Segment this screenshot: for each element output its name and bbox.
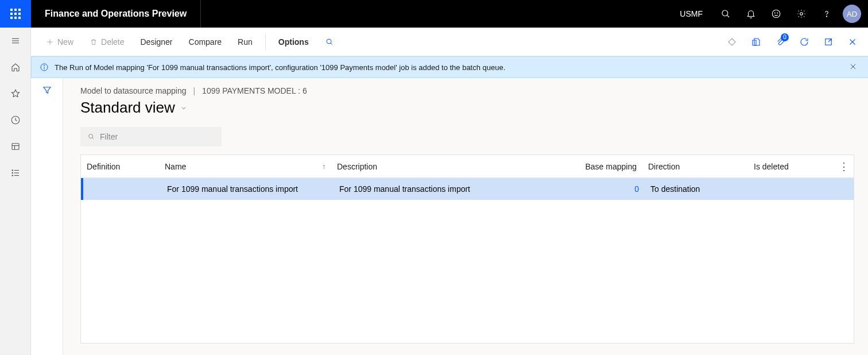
svg-point-18 (12, 175, 13, 176)
action-separator (265, 34, 266, 50)
notifications-button[interactable] (738, 0, 764, 28)
help-button[interactable] (814, 0, 839, 28)
chevron-down-icon (180, 104, 188, 112)
delete-label: Delete (101, 37, 124, 47)
user-avatar[interactable]: AD (843, 5, 861, 23)
clock-icon (10, 115, 21, 125)
svg-point-22 (327, 39, 331, 44)
close-page-button[interactable] (842, 31, 863, 53)
hamburger-icon (10, 36, 21, 46)
search-icon (87, 133, 95, 141)
nav-recent[interactable] (0, 107, 31, 133)
info-banner: The Run of Model mapping 'For 1099 manua… (31, 56, 868, 78)
col-header-definition[interactable]: Definition (81, 162, 159, 171)
refresh-button[interactable] (793, 31, 815, 53)
nav-expand-button[interactable] (0, 28, 31, 54)
mapping-grid: Definition Name ↑ Description Base mappi… (80, 155, 854, 344)
pin-button[interactable] (721, 31, 743, 53)
breadcrumb-item-2: 1099 PAYMENTS MODEL : 6 (202, 86, 307, 95)
company-code[interactable]: USMF (669, 9, 713, 18)
col-header-name-label: Name (165, 162, 186, 171)
top-header: Finance and Operations Preview USMF AD (0, 0, 868, 28)
popout-icon (823, 37, 834, 47)
refresh-icon (799, 37, 809, 47)
cell-base-mapping: 0 (525, 184, 645, 194)
close-icon (849, 63, 857, 71)
col-header-direction[interactable]: Direction (642, 162, 748, 171)
plus-icon (46, 38, 54, 46)
diamond-icon (727, 37, 737, 47)
filter-box[interactable] (80, 127, 222, 146)
info-icon (40, 63, 49, 72)
svg-point-16 (12, 172, 13, 173)
popout-button[interactable] (817, 31, 839, 53)
svg-point-2 (772, 10, 780, 18)
smiley-icon (771, 9, 781, 19)
breadcrumb-item-1: Model to datasource mapping (80, 86, 186, 95)
grid-more-button[interactable]: ⋮ (839, 160, 849, 173)
search-button[interactable] (713, 0, 738, 28)
info-close-button[interactable] (849, 63, 863, 72)
col-header-name[interactable]: Name ↑ (159, 162, 331, 171)
trash-icon (90, 38, 98, 46)
delete-button[interactable]: Delete (83, 34, 131, 50)
compare-button[interactable]: Compare (182, 34, 229, 50)
designer-button[interactable]: Designer (133, 34, 179, 50)
col-header-base-mapping[interactable]: Base mapping (523, 162, 642, 171)
svg-point-3 (774, 13, 775, 13)
nav-modules[interactable] (0, 160, 31, 186)
nav-workspaces[interactable] (0, 133, 31, 160)
new-label: New (57, 37, 73, 47)
waffle-icon (10, 9, 21, 19)
run-button[interactable]: Run (231, 34, 259, 50)
funnel-icon[interactable] (42, 85, 52, 95)
svg-point-5 (800, 13, 803, 16)
svg-point-14 (12, 170, 13, 171)
view-selector[interactable]: Standard view (80, 99, 854, 117)
svg-point-0 (722, 10, 728, 16)
options-button[interactable]: Options (272, 34, 316, 50)
run-label: Run (238, 37, 253, 47)
attachments-badge: 0 (781, 33, 789, 41)
svg-point-6 (826, 16, 827, 17)
office-icon (751, 37, 761, 47)
office-button[interactable] (745, 31, 767, 53)
new-button[interactable]: New (39, 34, 80, 50)
designer-label: Designer (140, 37, 172, 47)
options-label: Options (278, 37, 309, 47)
col-header-description[interactable]: Description (331, 162, 523, 171)
bell-icon (746, 9, 756, 19)
svg-line-23 (331, 43, 332, 45)
help-icon (822, 9, 832, 19)
action-search-button[interactable] (318, 34, 341, 50)
home-icon (10, 62, 21, 72)
svg-point-30 (44, 65, 44, 65)
app-launcher-button[interactable] (0, 0, 31, 28)
svg-rect-11 (12, 144, 19, 150)
nav-favorites[interactable] (0, 80, 31, 107)
svg-point-33 (89, 134, 93, 138)
nav-home[interactable] (0, 54, 31, 80)
svg-line-34 (92, 138, 94, 139)
close-icon (847, 37, 858, 47)
sort-asc-icon: ↑ (322, 163, 326, 171)
cell-description: For 1099 manual transactions import (334, 184, 525, 194)
list-icon (10, 168, 21, 178)
svg-point-4 (777, 13, 778, 13)
feedback-button[interactable] (764, 0, 789, 28)
svg-line-1 (727, 15, 729, 17)
workspace-icon (10, 141, 21, 152)
breadcrumb-separator: | (193, 86, 195, 95)
breadcrumb: Model to datasource mapping | 1099 PAYME… (80, 86, 854, 95)
filter-input[interactable] (100, 132, 215, 141)
star-icon (10, 88, 21, 99)
svg-line-25 (828, 38, 831, 41)
grid-body: For 1099 manual transactions import For … (81, 178, 854, 343)
table-row[interactable]: For 1099 manual transactions import For … (81, 178, 854, 200)
filter-rail (31, 78, 63, 355)
grid-header: Definition Name ↑ Description Base mappi… (81, 155, 854, 178)
attachments-button[interactable]: 0 (769, 31, 791, 53)
settings-button[interactable] (789, 0, 814, 28)
col-header-is-deleted[interactable]: Is deleted (748, 162, 851, 171)
search-icon (720, 9, 731, 19)
